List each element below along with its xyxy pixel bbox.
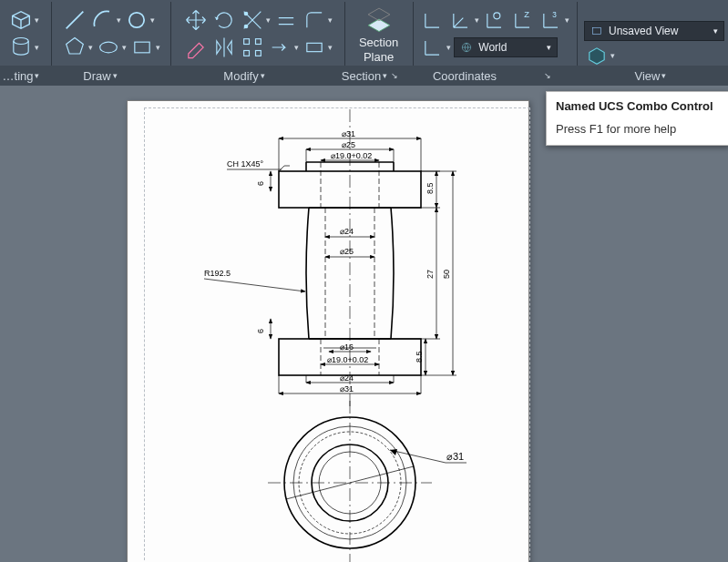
- svg-rect-8: [244, 51, 250, 56]
- mirror-icon[interactable]: [211, 35, 237, 60]
- panel-label-modify[interactable]: Modify ▾: [159, 66, 330, 86]
- chevron-down-icon: ▾: [713, 26, 718, 36]
- erase-icon[interactable]: [183, 35, 209, 60]
- ucsw-icon[interactable]: [420, 35, 446, 60]
- view-icon: [590, 25, 603, 37]
- globe-icon: [460, 41, 473, 54]
- fillet-icon[interactable]: [302, 7, 327, 33]
- view-cube-icon[interactable]: [584, 43, 610, 68]
- svg-point-5: [244, 12, 249, 16]
- view-combo-label: Unsaved View: [609, 25, 679, 37]
- svg-rect-6: [244, 39, 250, 45]
- line-icon[interactable]: [62, 7, 87, 33]
- panel-draw: ▾ ▾ ▾ ▾ ▾: [55, 7, 169, 60]
- tooltip: Named UCS Combo Control Press F1 for mor…: [546, 91, 728, 146]
- svg-point-1: [129, 13, 144, 27]
- panel-modify: ▾ ▾ ▾ ▾: [174, 7, 341, 60]
- stretch-icon[interactable]: [302, 35, 327, 60]
- svg-rect-3: [135, 42, 149, 53]
- section-plane-button[interactable]: Section Plane: [348, 3, 410, 65]
- dd-icon[interactable]: ▾: [35, 15, 39, 25]
- ucsz-icon[interactable]: Z: [510, 7, 536, 33]
- panel-coordinates: ▾ Z 3▾ ▾ World ▾: [416, 7, 574, 60]
- panel-label-coordinates[interactable]: Coordinates ↘: [410, 66, 574, 86]
- dd-icon[interactable]: ▾: [35, 43, 39, 52]
- ucs3pt-icon[interactable]: 3: [538, 7, 564, 33]
- world-combo-label: World: [478, 41, 507, 54]
- world-combo[interactable]: World ▾: [454, 37, 558, 57]
- svg-point-11: [494, 13, 500, 19]
- ellipse-icon[interactable]: [96, 35, 121, 60]
- panel-label-section[interactable]: Section ▾ ↘: [330, 66, 410, 86]
- offset-icon[interactable]: [273, 7, 299, 33]
- section-plane-label: Section: [359, 36, 398, 49]
- tooltip-body: Press F1 for more help: [547, 118, 728, 145]
- paper-sheet: [127, 100, 529, 562]
- ucs3-icon[interactable]: [482, 7, 508, 33]
- tool-cube-icon[interactable]: [8, 7, 34, 33]
- view-combo[interactable]: Unsaved View ▾: [584, 21, 724, 41]
- ucs2-icon[interactable]: [448, 7, 474, 33]
- svg-rect-9: [256, 51, 261, 56]
- svg-point-2: [100, 42, 118, 53]
- polygon-icon[interactable]: [62, 35, 87, 60]
- ribbon: ▾ ▾ ▾ ▾ ▾ ▾ ▾ ▾ ▾: [0, 0, 728, 86]
- panel-label-draw[interactable]: Draw ▾: [42, 66, 159, 86]
- move-icon[interactable]: [183, 7, 209, 33]
- svg-text:3: 3: [552, 11, 557, 19]
- arc-icon[interactable]: [90, 7, 116, 33]
- section-plane-label2: Plane: [364, 51, 394, 64]
- panel-ting: ▾ ▾: [0, 7, 48, 60]
- panel-label-row: …ting ▾ Draw ▾ Modify ▾ Section ▾ ↘ Coor…: [0, 66, 728, 86]
- tooltip-title: Named UCS Combo Control: [547, 92, 728, 118]
- svg-point-0: [14, 38, 28, 45]
- tool-cylinder-icon[interactable]: [8, 35, 34, 60]
- ucs-icon[interactable]: [420, 7, 446, 33]
- svg-rect-10: [307, 43, 322, 51]
- array-icon[interactable]: [240, 35, 265, 60]
- rotate-icon[interactable]: [211, 7, 237, 33]
- circle-icon[interactable]: [124, 7, 149, 33]
- svg-text:Z: Z: [524, 10, 529, 19]
- svg-point-4: [244, 25, 249, 29]
- panel-label-view[interactable]: View ▾: [574, 66, 727, 86]
- svg-rect-7: [256, 39, 261, 45]
- svg-rect-15: [592, 28, 600, 35]
- chevron-down-icon: ▾: [547, 43, 551, 52]
- trim-icon[interactable]: [240, 7, 265, 33]
- panel-label-ting[interactable]: …ting ▾: [0, 66, 42, 86]
- rect-icon[interactable]: [129, 35, 155, 60]
- panel-view: 2D Wireframe▾ Unsaved View ▾ ▾: [580, 0, 728, 68]
- extend-icon[interactable]: [268, 35, 293, 60]
